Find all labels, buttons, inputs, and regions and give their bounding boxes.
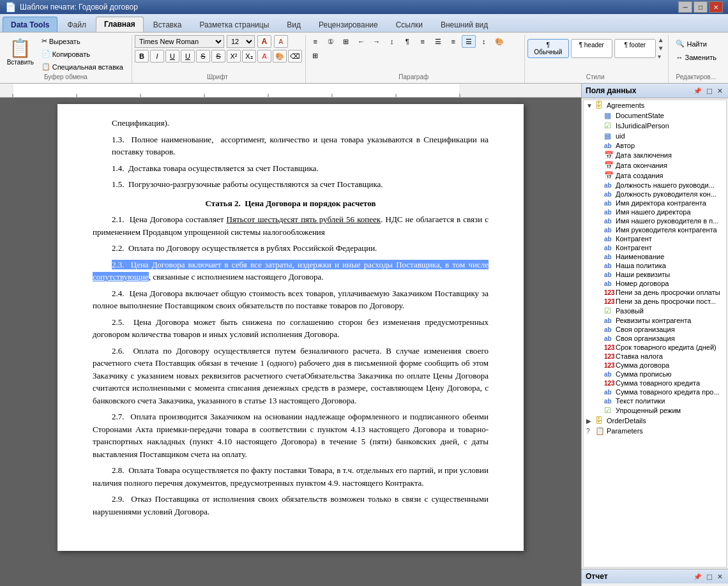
- tab-home[interactable]: Главная: [96, 17, 144, 32]
- tree-item-naim[interactable]: ab Наименование: [584, 252, 726, 261]
- tree-item-kontragent1[interactable]: ab Контрагент: [584, 234, 726, 243]
- tree-item-data-sozd[interactable]: 📅 Дата создания: [584, 170, 726, 181]
- styles-scroll-down[interactable]: ▼: [658, 45, 664, 52]
- tree-item-stavka[interactable]: 123 Ставка налога: [584, 352, 726, 361]
- indent-decrease-button[interactable]: ←: [354, 35, 368, 48]
- tab-file[interactable]: Файл: [59, 17, 95, 32]
- bold-button[interactable]: B: [135, 50, 149, 63]
- replace-button[interactable]: ↔ Заменить: [671, 52, 720, 63]
- tree-expand-agreements[interactable]: ▼: [586, 102, 595, 109]
- maximize-button[interactable]: □: [694, 1, 708, 13]
- tree-item-srok-kredit[interactable]: 123 Срок товарного кредита (дней): [584, 343, 726, 352]
- highlight-button[interactable]: 🎨: [273, 50, 287, 63]
- minimize-button[interactable]: ─: [678, 1, 692, 13]
- tree-item-summa-tov-kred-pro[interactable]: ab Сумма товарного кредита про...: [584, 387, 726, 396]
- tree-item-svoya-org2[interactable]: ab Своя организация: [584, 334, 726, 343]
- bottom-panel-close-button[interactable]: ✕: [715, 573, 724, 581]
- paste-button[interactable]: 📋 Вставить: [5, 35, 36, 68]
- tree-item-imya-nash-dir[interactable]: ab Имя нашего директора: [584, 207, 726, 216]
- tree-item-documentstate[interactable]: ▦ DocumentState: [584, 110, 726, 121]
- tree-item-nasha-politika[interactable]: ab Наша политика: [584, 261, 726, 270]
- font-shrink-button[interactable]: A: [274, 35, 288, 48]
- tree-item-peni-oplata[interactable]: 123 Пени за день просрочки оплаты: [584, 288, 726, 297]
- tree-expand-orderdetails[interactable]: ▶: [586, 417, 595, 424]
- style-footer-button[interactable]: ¶ footer: [614, 39, 656, 58]
- align-justify-button[interactable]: ☰: [462, 35, 476, 48]
- tree-item-avtor[interactable]: ab Автор: [584, 141, 726, 150]
- panel-pin-button[interactable]: 📌: [692, 87, 703, 95]
- cut-button[interactable]: ✂ Вырезать: [38, 35, 126, 47]
- tab-data-tools[interactable]: Data Tools: [3, 17, 57, 32]
- style-header-button[interactable]: ¶ header: [571, 39, 612, 58]
- font-size-select[interactable]: 12: [227, 35, 255, 48]
- tree-item-razovyy[interactable]: ☑ Разовый: [584, 306, 726, 316]
- styles-more[interactable]: ▾: [658, 53, 664, 60]
- tree-item-isjuridicalperson[interactable]: ☑ IsJuridicalPerson: [584, 121, 726, 131]
- font-grow-button[interactable]: A: [257, 35, 271, 48]
- list-bullet-button[interactable]: ≡: [308, 35, 322, 48]
- sort-button[interactable]: ↕: [385, 35, 399, 48]
- tree-root-orderdetails[interactable]: ▶ 🗄 OrderDetails: [584, 416, 726, 426]
- bottom-panel-controls[interactable]: 📌 ⬚ ✕: [692, 573, 724, 581]
- list-multi-button[interactable]: ⊞: [339, 35, 353, 48]
- strikethrough2-button[interactable]: S: [211, 50, 225, 63]
- align-right-button[interactable]: ≡: [446, 35, 460, 48]
- tree-item-tekst-pol[interactable]: ab Текст политики: [584, 396, 726, 405]
- close-button[interactable]: ✕: [709, 1, 723, 13]
- tree-item-rekv-kontr[interactable]: ab Реквизиты контрагента: [584, 316, 726, 325]
- tree-item-data-zakl[interactable]: 📅 Дата заключения: [584, 150, 726, 160]
- superscript-button[interactable]: X²: [227, 50, 241, 63]
- align-center-button[interactable]: ☰: [431, 35, 445, 48]
- tab-references[interactable]: Ссылки: [388, 17, 431, 32]
- tree-item-imya-ruk-kontr[interactable]: ab Имя руководителя контрагента: [584, 225, 726, 234]
- tree-item-data-ok[interactable]: 📅 Дата окончания: [584, 160, 726, 170]
- special-paste-button[interactable]: 📋 Специальная вставка: [38, 61, 126, 73]
- align-left-button[interactable]: ≡: [416, 35, 430, 48]
- clear-format-button[interactable]: ⌫: [288, 50, 302, 63]
- tree-item-dolzh-kontr[interactable]: ab Должность руководителя кон...: [584, 190, 726, 199]
- tree-root-agreements[interactable]: ▼ 🗄 Agreements: [584, 100, 726, 110]
- tab-review[interactable]: Рецензирование: [310, 17, 386, 32]
- borders-button[interactable]: ⊞: [308, 49, 322, 62]
- tree-item-nashi-rekv[interactable]: ab Наши реквизиты: [584, 270, 726, 279]
- tree-item-uproschen[interactable]: ☑ Упрощенный режим: [584, 405, 726, 416]
- subscript-button[interactable]: X₂: [242, 50, 256, 63]
- tab-view[interactable]: Вид: [278, 17, 309, 32]
- strikethrough-button[interactable]: S: [196, 50, 210, 63]
- shading-button[interactable]: 🎨: [492, 35, 506, 48]
- panel-float-button[interactable]: ⬚: [704, 87, 714, 95]
- tree-item-nomer-dog[interactable]: ab Номер договора: [584, 279, 726, 288]
- tab-insert[interactable]: Вставка: [145, 17, 190, 32]
- pilcrow-button[interactable]: ¶: [400, 35, 414, 48]
- bottom-panel-float-button[interactable]: ⬚: [704, 573, 714, 581]
- tree-item-summa-prop[interactable]: ab Сумма прописью: [584, 370, 726, 379]
- font-name-select[interactable]: Times New Roman: [135, 35, 224, 48]
- find-button[interactable]: 🔍 Найти: [671, 38, 720, 50]
- list-number-button[interactable]: ①: [324, 35, 338, 48]
- font-color-button[interactable]: A: [257, 50, 271, 63]
- panel-controls[interactable]: 📌 ⬚ ✕: [692, 87, 724, 95]
- tree-item-svoya-org1[interactable]: ab Своя организация: [584, 325, 726, 334]
- style-normal-button[interactable]: ¶ Обычный: [527, 39, 569, 58]
- document-scroll[interactable]: Спецификация). 1.3. Полное наименование,…: [0, 98, 581, 586]
- tree-item-summa-tov-kred[interactable]: 123 Сумма товарного кредита: [584, 379, 726, 387]
- copy-button[interactable]: 📄 Копировать: [38, 48, 126, 60]
- tree-item-dolzh-nash[interactable]: ab Должность нашего руководи...: [584, 181, 726, 190]
- line-spacing-button[interactable]: ↕: [477, 35, 491, 48]
- tree-root-parameters[interactable]: ? 📋 Parameters: [584, 426, 726, 436]
- indent-increase-button[interactable]: →: [370, 35, 384, 48]
- underline2-button[interactable]: U: [181, 50, 195, 63]
- tab-external-view[interactable]: Внешний вид: [432, 17, 496, 32]
- panel-close-button[interactable]: ✕: [715, 87, 724, 95]
- bottom-panel-pin-button[interactable]: 📌: [692, 573, 703, 581]
- tab-page-layout[interactable]: Разметка страницы: [191, 17, 277, 32]
- tree-item-kontragent2[interactable]: ab Контрагент: [584, 243, 726, 252]
- underline-button[interactable]: U: [165, 50, 179, 63]
- window-controls[interactable]: ─ □ ✕: [678, 1, 723, 13]
- italic-button[interactable]: I: [150, 50, 164, 63]
- styles-scroll-up[interactable]: ▲: [658, 36, 664, 43]
- tree-item-imya-nash-ruk[interactable]: ab Имя нашего руководителя в п...: [584, 216, 726, 225]
- tree-item-imya-dir-kontr[interactable]: ab Имя директора контрагента: [584, 199, 726, 207]
- tree-expand-parameters[interactable]: ?: [586, 428, 595, 435]
- tree-item-peni-post[interactable]: 123 Пени за день просрочки пост...: [584, 297, 726, 306]
